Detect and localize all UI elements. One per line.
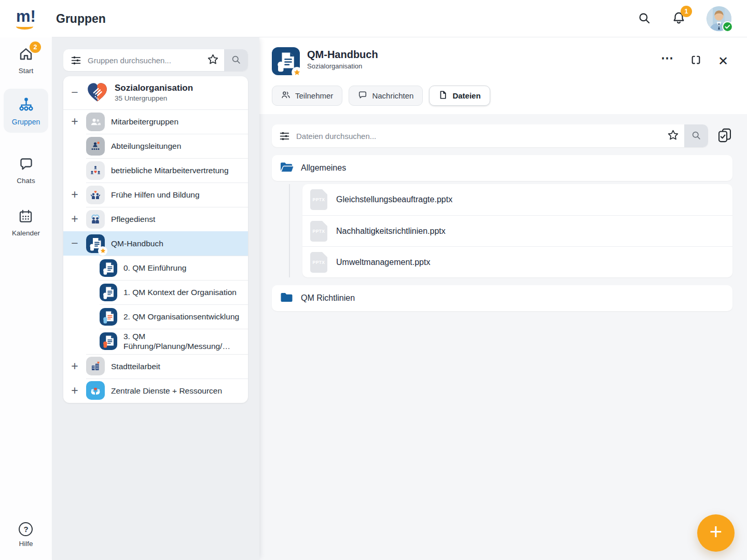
- more-options-button[interactable]: ⋯: [661, 52, 674, 64]
- multi-select-button[interactable]: [717, 128, 732, 145]
- groups-search-input[interactable]: [88, 56, 204, 65]
- help-icon: ?: [19, 522, 33, 536]
- root-group-subtitle: 35 Untergruppen: [115, 94, 193, 102]
- files-search-input[interactable]: [296, 132, 664, 141]
- filter-icon[interactable]: [279, 131, 290, 142]
- detail-subtitle: Sozialorganisation: [307, 62, 378, 70]
- groups-search-submit-button[interactable]: [224, 49, 248, 71]
- search-icon: [691, 130, 701, 142]
- app-logo[interactable]: m!: [0, 8, 52, 30]
- favorites-filter-button[interactable]: [207, 53, 219, 67]
- tree-item-qm-kontext[interactable]: 1. QM Kontext der Organisation: [63, 280, 248, 304]
- favorite-star-badge: [98, 246, 107, 256]
- detail-group-icon: [272, 47, 300, 75]
- avatar-status-icon: [722, 21, 733, 32]
- file-row-umweltmanagement[interactable]: PPTX Umweltmanagement.pptx: [302, 246, 732, 277]
- group-label: 2. QM Organisationsentwicklung: [123, 312, 242, 321]
- expand-icon[interactable]: +: [63, 116, 86, 128]
- folder-contents-indent: PPTX Gleichstellungsbeauftragte.pptx PPT…: [289, 184, 732, 277]
- expand-icon[interactable]: +: [63, 213, 86, 225]
- tree-item-betriebliche-mitarbeitervertretung[interactable]: betriebliche Mitarbeitervertretung: [63, 158, 248, 183]
- global-search-button[interactable]: [638, 11, 651, 26]
- file-icon: [438, 90, 448, 101]
- app-window: m! Gruppen 1: [0, 0, 747, 560]
- group-label: 3. QM Führung/Planung/Messung/…: [123, 331, 244, 352]
- pptx-file-icon: PPTX: [310, 189, 327, 210]
- filter-icon[interactable]: [71, 55, 81, 66]
- file-row-nachhaltigkeitsrichtlinien[interactable]: PPTX Nachhaltigkeitsrichtlinien.pptx: [302, 215, 732, 246]
- collapse-icon[interactable]: −: [63, 237, 86, 249]
- group-icon-qm-doc: [100, 259, 117, 277]
- multi-select-icon: [717, 128, 732, 145]
- nav-item-chats[interactable]: Chats: [17, 157, 35, 185]
- file-row-gleichstellungsbeauftragte[interactable]: PPTX Gleichstellungsbeauftragte.pptx: [302, 184, 732, 215]
- nav-item-label: Kalender: [12, 229, 40, 237]
- add-file-fab[interactable]: +: [697, 514, 735, 552]
- sozialorganisation-heart-logo: [86, 81, 108, 104]
- tree-item-qm-fuehrung[interactable]: 3. QM Führung/Planung/Messung/…: [63, 329, 248, 354]
- expand-icon[interactable]: +: [63, 385, 86, 397]
- tree-item-stadtteilarbeit[interactable]: + Stadtteilarbeit: [63, 354, 248, 379]
- tree-item-abteilungsleitungen[interactable]: Abteilungsleitungen: [63, 134, 248, 158]
- pptx-file-icon: PPTX: [310, 221, 327, 242]
- tree-item-qm-einfuehrung[interactable]: 0. QM Einführung: [63, 256, 248, 280]
- group-icon-qm-doc: [100, 332, 117, 350]
- group-icon-qm-doc: [100, 308, 117, 326]
- collapse-icon[interactable]: −: [63, 87, 86, 99]
- chat-bubble-icon: [19, 157, 34, 173]
- tree-item-pflegedienst[interactable]: + Pflegedienst: [63, 207, 248, 231]
- close-panel-button[interactable]: ✕: [718, 55, 728, 67]
- detail-title: QM-Handbuch: [307, 49, 378, 61]
- start-badge: 2: [30, 41, 41, 53]
- notifications-button[interactable]: 1: [672, 11, 686, 26]
- group-label: betriebliche Mitarbeitervertretung: [111, 165, 232, 175]
- file-name: Umweltmanagement.pptx: [336, 258, 430, 267]
- nav-item-hilfe[interactable]: ? Hilfe: [19, 522, 33, 548]
- search-icon: [231, 54, 241, 66]
- folder-row-qm-richtlinien[interactable]: QM Richtlinien: [272, 285, 732, 311]
- group-tree: − Sozialorganisation 35 Untergruppen: [63, 76, 248, 403]
- group-icon-children: [86, 186, 105, 204]
- group-label: 1. QM Kontext der Organisation: [123, 287, 240, 297]
- tab-label: Dateien: [452, 91, 480, 100]
- message-bubble-icon: [358, 90, 367, 101]
- favorite-star-badge: [292, 67, 302, 78]
- group-detail-panel: QM-Handbuch Sozialorganisation ⋯ ✕: [259, 37, 747, 560]
- tab-teilnehmer[interactable]: Teilnehmer: [272, 86, 342, 106]
- tab-nachrichten[interactable]: Nachrichten: [349, 86, 423, 106]
- tree-item-fruehe-hilfen-und-bildung[interactable]: + Frühe Hilfen und Bildung: [63, 183, 248, 207]
- search-icon: [638, 11, 651, 26]
- nav-item-kalender[interactable]: Kalender: [12, 209, 40, 237]
- tree-item-qm-handbuch[interactable]: − QM-Handbuch: [63, 231, 248, 256]
- logo-smile-shape: [16, 23, 33, 30]
- group-label: QM-Handbuch: [111, 239, 167, 248]
- nav-item-gruppen[interactable]: Gruppen: [4, 89, 48, 133]
- user-avatar[interactable]: [707, 6, 731, 31]
- nav-item-label: Gruppen: [12, 118, 40, 126]
- group-label: Pflegedienst: [111, 214, 158, 224]
- tree-item-qm-organisationsentwicklung[interactable]: 2. QM Organisationsentwicklung: [63, 304, 248, 329]
- star-icon: [667, 129, 679, 143]
- files-area: Allgemeines PPTX Gleichstellungsbeauftra…: [259, 114, 747, 560]
- header-divider: [52, 37, 747, 37]
- groups-searchbar: [63, 49, 248, 71]
- tab-dateien[interactable]: Dateien: [429, 86, 490, 106]
- folder-row-allgemeines[interactable]: Allgemeines: [272, 155, 732, 181]
- favorites-filter-button[interactable]: [667, 129, 679, 143]
- tree-item-mitarbeitergruppen[interactable]: + Mitarbeitergruppen: [63, 109, 248, 134]
- tree-item-zentrale-dienste[interactable]: + Zentrale Dienste + Ressourcen: [63, 379, 248, 403]
- file-list: PPTX Gleichstellungsbeauftragte.pptx PPT…: [302, 184, 732, 277]
- notifications-badge: 1: [681, 6, 692, 17]
- files-search-submit-button[interactable]: [684, 124, 708, 147]
- tree-root-sozialorganisation[interactable]: − Sozialorganisation 35 Untergruppen: [63, 76, 248, 109]
- closed-folder-icon: [280, 291, 294, 305]
- expand-icon[interactable]: +: [63, 189, 86, 201]
- nav-item-start[interactable]: 2 Start: [18, 46, 34, 75]
- detail-header: QM-Handbuch Sozialorganisation ⋯ ✕: [259, 37, 747, 75]
- expand-panel-button[interactable]: [690, 54, 701, 67]
- tab-label: Nachrichten: [372, 91, 413, 100]
- folder-name: Allgemeines: [301, 163, 346, 173]
- group-label: Zentrale Dienste + Ressourcen: [111, 386, 225, 396]
- expand-icon[interactable]: +: [63, 360, 86, 372]
- group-label: Mitarbeitergruppen: [111, 117, 182, 127]
